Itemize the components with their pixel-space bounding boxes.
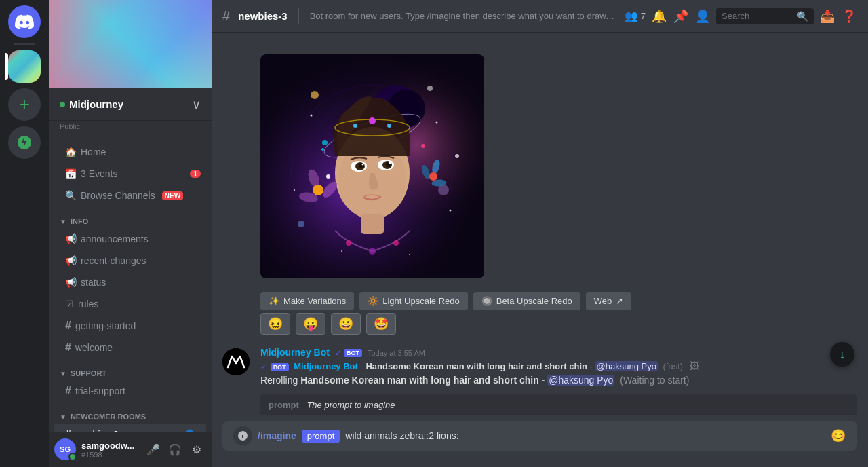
add-server-button[interactable]: + xyxy=(8,88,41,121)
prompt-chip: prompt xyxy=(302,430,340,443)
text-cursor xyxy=(460,432,460,441)
svg-point-40 xyxy=(421,144,425,148)
channel-getting-started[interactable]: # getting-started xyxy=(54,315,206,337)
chevron-down-icon: ∨ xyxy=(192,97,201,112)
inline-author: Midjourney Bot xyxy=(294,361,358,371)
user-status-dot xyxy=(68,453,77,461)
user-area: SG samgoodw... #1598 🎤 🎧 ⚙ xyxy=(49,432,212,467)
channel-welcome[interactable]: # welcome xyxy=(54,337,206,358)
message-input-container[interactable]: /imagine prompt wild animals zebra::2 li… xyxy=(222,421,857,451)
image-icon: 🖼 xyxy=(690,360,699,371)
svg-point-49 xyxy=(409,254,410,255)
search-bar[interactable]: 🔍 xyxy=(716,8,814,24)
notification-button[interactable]: 🔔 xyxy=(651,8,667,24)
reroll-dash: - xyxy=(542,375,548,386)
home-item[interactable]: 🏠 Home xyxy=(54,141,206,163)
search-input[interactable] xyxy=(722,11,793,21)
inline-prompt-text: Handsome Korean man with long hair and s… xyxy=(366,361,587,371)
channel-recent-changes[interactable]: 📢 recent-changes xyxy=(54,250,206,272)
beta-upscale-redo-button[interactable]: 🔘 Beta Upscale Redo xyxy=(473,292,580,310)
settings-button[interactable]: ⚙ xyxy=(187,440,206,459)
server-header[interactable]: Midjourney ∨ xyxy=(49,88,212,121)
message-spacer xyxy=(222,49,250,340)
collapse-icon: ▼ xyxy=(60,218,66,225)
reaction-star-eyes[interactable]: 🤩 xyxy=(366,313,396,335)
server-divider xyxy=(14,43,35,45)
channel-newbies-3[interactable]: # newbies-3 👤+ xyxy=(54,424,206,432)
light-upscale-icon: 🔆 xyxy=(368,296,378,306)
server-name: Midjourney xyxy=(60,98,123,110)
prompt-value: The prompt to imagine xyxy=(307,400,395,410)
events-badge: 1 xyxy=(190,170,201,178)
svg-rect-16 xyxy=(361,214,384,234)
section-newcomer[interactable]: ▼ NEWCOMER ROOMS xyxy=(49,402,212,424)
channel-sidebar: Midjourney ∨ Public 🏠 Home 📅 3 Events 1 … xyxy=(49,0,212,467)
headphone-button[interactable]: 🎧 xyxy=(165,440,184,459)
attach-icon[interactable] xyxy=(233,426,252,445)
section-info[interactable]: ▼ INFO xyxy=(49,206,212,228)
active-server-indicator xyxy=(5,53,8,80)
channel-announcements[interactable]: 📢 announcements xyxy=(54,228,206,250)
inbox-button[interactable]: 📥 xyxy=(819,8,835,24)
emoji-button[interactable]: 😊 xyxy=(830,428,846,444)
svg-point-39 xyxy=(321,148,324,151)
prompt-display: prompt The prompt to imagine xyxy=(260,394,857,415)
events-icon: 📅 xyxy=(65,168,77,179)
section-support[interactable]: ▼ SUPPORT xyxy=(49,358,212,380)
light-upscale-redo-button[interactable]: 🔆 Light Upscale Redo xyxy=(359,292,467,310)
svg-point-35 xyxy=(369,117,376,124)
web-button[interactable]: Web ↗ xyxy=(586,292,632,310)
svg-point-41 xyxy=(346,240,351,246)
bot-badge: BOT xyxy=(344,349,362,357)
online-dot xyxy=(60,102,65,107)
variations-icon: ✨ xyxy=(269,296,279,306)
reaction-tongue[interactable]: 😛 xyxy=(296,313,326,335)
server-list: + xyxy=(0,0,49,467)
hash-icon-w: # xyxy=(65,341,71,354)
discord-home-button[interactable] xyxy=(8,5,41,38)
search-icon: 🔍 xyxy=(797,11,808,22)
megaphone-icon: 📢 xyxy=(65,234,77,244)
server-subtitle: Public xyxy=(49,121,212,136)
help-button[interactable]: ❓ xyxy=(841,8,857,24)
svg-point-38 xyxy=(322,140,328,145)
main-content: # newbies-3 Bot room for new users. Type… xyxy=(212,0,868,467)
inline-dash: - xyxy=(590,361,595,371)
members-list-button[interactable]: 👤 xyxy=(694,8,711,24)
svg-point-11 xyxy=(298,221,304,227)
scroll-to-bottom-button[interactable]: ↓ xyxy=(830,342,854,367)
reaction-grin[interactable]: 😀 xyxy=(331,313,361,335)
make-variations-button[interactable]: ✨ Make Variations xyxy=(260,292,354,310)
hash-icon-ts: # xyxy=(65,385,71,397)
message-image-container[interactable] xyxy=(260,54,484,278)
events-item[interactable]: 📅 3 Events 1 xyxy=(54,163,206,185)
inline-mention: @haksung Pyo xyxy=(595,361,658,371)
pin-button[interactable]: 📌 xyxy=(673,8,689,24)
midjourney-server-icon[interactable] xyxy=(8,50,41,83)
channel-trial-support[interactable]: # trial-support xyxy=(54,380,206,402)
message-text-reroll: Rerolling Handsome Korean man with long … xyxy=(260,374,857,388)
external-link-icon: ↗ xyxy=(616,296,623,306)
inline-bot-badge: BOT xyxy=(271,363,289,371)
svg-point-46 xyxy=(294,189,295,191)
member-count-button[interactable]: 👥 7 xyxy=(625,10,646,22)
rules-icon: ☑ xyxy=(65,299,74,310)
microphone-button[interactable]: 🎤 xyxy=(144,440,163,459)
members-icon: 👥 xyxy=(625,10,638,22)
inline-speed: (fast) xyxy=(663,361,684,371)
explore-button[interactable] xyxy=(8,126,41,159)
channel-header-name: newbies-3 xyxy=(238,10,288,22)
message-content-image: ✨ Make Variations 🔆 Light Upscale Redo 🔘… xyxy=(260,49,857,340)
browse-channels-item[interactable]: 🔍 Browse Channels NEW xyxy=(54,185,206,206)
message-header-reroll: Midjourney Bot ✓ BOT Today at 3:55 AM xyxy=(260,347,857,358)
channel-status[interactable]: 📢 status xyxy=(54,272,206,293)
new-badge: NEW xyxy=(162,191,183,200)
beta-upscale-icon: 🔘 xyxy=(481,296,492,306)
newcomer-collapse-icon: ▼ xyxy=(60,413,66,421)
reaction-grimace[interactable]: 😖 xyxy=(260,313,290,335)
channel-rules[interactable]: ☑ rules xyxy=(54,293,206,315)
home-icon: 🏠 xyxy=(65,147,77,157)
action-buttons: ✨ Make Variations 🔆 Light Upscale Redo 🔘… xyxy=(260,292,857,310)
prompt-hint-area: prompt The prompt to imagine xyxy=(260,394,857,415)
input-text-value: wild animals zebra::2 lions: xyxy=(345,430,825,441)
